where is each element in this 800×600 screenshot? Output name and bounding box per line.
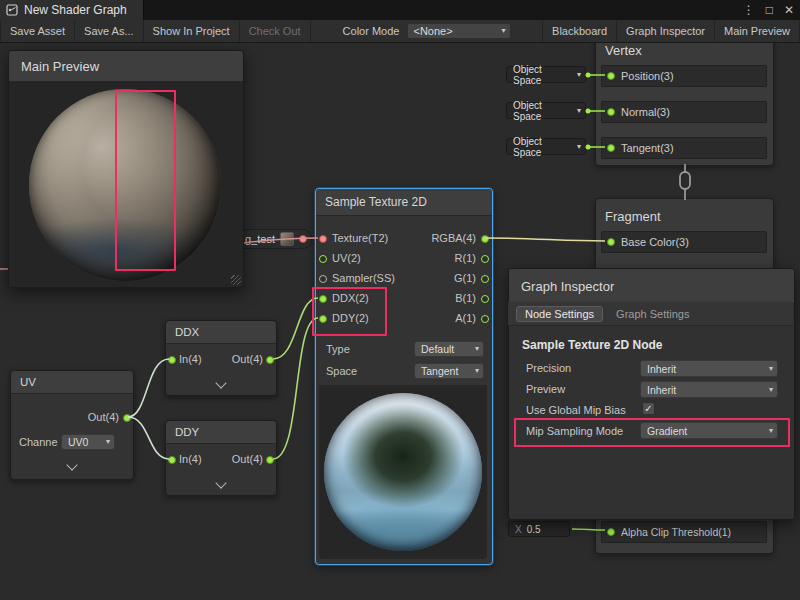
- shader-graph-window: Vertex Position(3) Normal(3) Tangent(3) …: [0, 0, 800, 600]
- annotation-rect-preview: [115, 90, 176, 271]
- inspector-tabbar: Node Settings Graph Settings: [508, 302, 793, 326]
- annotation-rect-mip-sampling-mode: [514, 418, 790, 447]
- dropdown-arrow-icon: ▾: [501, 27, 505, 35]
- precision-label: Precision: [526, 362, 571, 374]
- mip-bias-checkbox[interactable]: ✓: [642, 402, 655, 415]
- main-preview-header[interactable]: Main Preview: [9, 51, 243, 82]
- graph-inspector-header[interactable]: Graph Inspector: [509, 269, 794, 304]
- preview-label: Preview: [526, 383, 565, 395]
- edge-uv-to-ddy[interactable]: [128, 417, 169, 459]
- wire-dot: [586, 109, 591, 114]
- more-button[interactable]: ⋮: [743, 3, 755, 17]
- maximize-button[interactable]: □: [766, 3, 773, 17]
- graph-inspector-toggle-button[interactable]: Graph Inspector: [616, 20, 714, 42]
- shader-graph-icon: [6, 4, 18, 16]
- edge-ddy-to-sample[interactable]: [273, 318, 318, 459]
- panel-title: Main Preview: [21, 59, 99, 74]
- color-mode-label: Color Mode: [337, 20, 408, 42]
- tab-graph-settings[interactable]: Graph Settings: [607, 306, 698, 322]
- toolbar: Save Asset Save As... Show In Project Ch…: [0, 20, 800, 43]
- tab-title: New Shader Graph: [24, 3, 127, 17]
- preview-dropdown[interactable]: Inherit▾: [640, 381, 778, 398]
- titlebar: New Shader Graph ⋮ □ ✕: [0, 0, 800, 20]
- mip-bias-label: Use Global Mip Bias: [526, 404, 626, 416]
- annotation-rect-ddx-ddy-ports: [312, 287, 387, 336]
- edge-uv-to-ddx[interactable]: [128, 359, 169, 417]
- edge-rgba-to-basecolor[interactable]: [486, 238, 605, 241]
- show-in-project-button[interactable]: Show In Project: [144, 20, 240, 42]
- wire-dot: [586, 73, 591, 78]
- edge-alpha-default[interactable]: [572, 529, 605, 530]
- tab-node-settings[interactable]: Node Settings: [516, 306, 603, 322]
- block-connector-pill[interactable]: [680, 172, 690, 189]
- close-button[interactable]: ✕: [784, 3, 794, 17]
- color-mode-dropdown[interactable]: <None>▾: [407, 23, 511, 39]
- dropdown-arrow-icon: ▾: [769, 365, 773, 373]
- precision-dropdown[interactable]: Inherit▾: [640, 360, 778, 377]
- dropdown-arrow-icon: ▾: [769, 386, 773, 394]
- save-as-button[interactable]: Save As...: [75, 20, 144, 42]
- blackboard-toggle-button[interactable]: Blackboard: [542, 20, 616, 42]
- resize-handle[interactable]: [231, 275, 241, 285]
- document-tab[interactable]: New Shader Graph: [0, 0, 144, 20]
- wire-dot: [586, 145, 591, 150]
- panel-title: Graph Inspector: [521, 279, 614, 294]
- main-preview-toggle-button[interactable]: Main Preview: [714, 20, 800, 42]
- save-asset-button[interactable]: Save Asset: [0, 20, 75, 42]
- checkmark-icon: ✓: [644, 403, 652, 414]
- check-out-button[interactable]: Check Out: [240, 20, 311, 42]
- inspector-node-title: Sample Texture 2D Node: [522, 338, 662, 352]
